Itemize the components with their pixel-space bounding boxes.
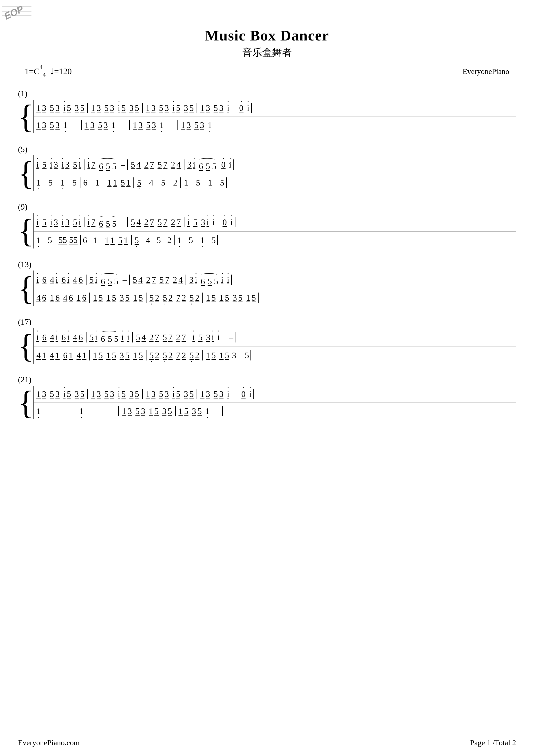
- staff-bot-5: 1 5 1 5 6 1 1 1 5 1 5: [34, 174, 516, 191]
- grand-staff-9: { i 5 i 3 i 3 5 i i 7: [18, 213, 516, 249]
- section-label-21: (21): [18, 375, 516, 384]
- staff-top-17: i 6 4 i 6 i 4 6 5 i 6: [34, 328, 516, 347]
- staff-bot-13: 4 6 1 6 4 6 1 6 1 5 1 5 3 5: [34, 289, 516, 306]
- section-label-1: (1): [18, 89, 516, 98]
- section-1: (1) { 1 3 5 3 i 5 3 5 1 3: [18, 89, 516, 133]
- meta-line: 1=C44 ♩=120 EveryonePiano: [18, 66, 516, 78]
- staff-top-1: 1 3 5 3 i 5 3 5 1 3 5 3 i 5: [34, 100, 516, 117]
- staff-bot-17: 4 1 4 1 6 1 4 1 1 5 1 5 3 5: [34, 347, 516, 364]
- staff-top-21: 1 3 5 3 i 5 3 5 1 3 5 3 i 5: [34, 386, 516, 402]
- section-label-13: (13): [18, 260, 516, 269]
- staff-top-5: i 5 i 3 i 3 5 i i 7: [34, 155, 516, 174]
- section-label-9: (9): [18, 202, 516, 212]
- brace-5: {: [18, 155, 34, 191]
- section-13: (13) { i 6 4 i 6 i 4 6 5 i: [18, 260, 516, 306]
- staff-top-13: i 6 4 i 6 i 4 6 5 i 6: [34, 271, 516, 289]
- staff-top-9: i 5 i 3 i 3 5 i i 7 6: [34, 213, 516, 231]
- grand-staff-13: { i 6 4 i 6 i 4 6 5 i: [18, 271, 516, 306]
- svg-text:EOP: EOP: [3, 3, 25, 21]
- staff-bot-21: 1 – – – 1 – – – 1 3: [34, 402, 516, 419]
- section-label-5: (5): [18, 145, 516, 154]
- section-17: (17) { i 6 4 i 6 i 4 6 5 i: [18, 317, 516, 364]
- brace-21: {: [18, 386, 34, 419]
- main-title: Music Box Dancer: [18, 27, 516, 44]
- title-section: Music Box Dancer 音乐盒舞者: [18, 27, 516, 59]
- footer: EveryonePiano.com Page 1 /Total 2: [18, 739, 516, 747]
- grand-staff-21: { 1 3 5 3 i 5 3 5 1 3 5 3: [18, 386, 516, 419]
- logo: EOP: [2, 2, 32, 25]
- staff-bot-1: 1 3 5 3 1 – 1 3 5 3 1 –: [34, 117, 516, 133]
- brace-9: {: [18, 213, 34, 249]
- subtitle: 音乐盒舞者: [18, 46, 516, 59]
- footer-left: EveryonePiano.com: [18, 739, 80, 747]
- grand-staff-5: { i 5 i 3 i 3 5 i i 7: [18, 155, 516, 191]
- section-label-17: (17): [18, 317, 516, 327]
- section-5: (5) { i 5 i 3 i 3 5 i i 7: [18, 145, 516, 191]
- footer-right: Page 1 /Total 2: [470, 739, 516, 747]
- grand-staff-17: { i 6 4 i 6 i 4 6 5 i: [18, 328, 516, 364]
- source-label: EveryonePiano: [463, 67, 509, 76]
- section-9: (9) { i 5 i 3 i 3 5 i i 7: [18, 202, 516, 249]
- section-21: (21) { 1 3 5 3 i 5 3 5 1 3 5: [18, 375, 516, 419]
- staff-bot-9: 1 5 5 5 5 5 6 1 1 1 5 1: [34, 231, 516, 249]
- brace-1: {: [18, 100, 34, 133]
- grand-staff-1: { 1 3 5 3 i 5 3 5 1 3: [18, 100, 516, 133]
- brace-13: {: [18, 271, 34, 306]
- brace-17: {: [18, 328, 34, 364]
- key-tempo: 1=C44 ♩=120: [25, 66, 72, 78]
